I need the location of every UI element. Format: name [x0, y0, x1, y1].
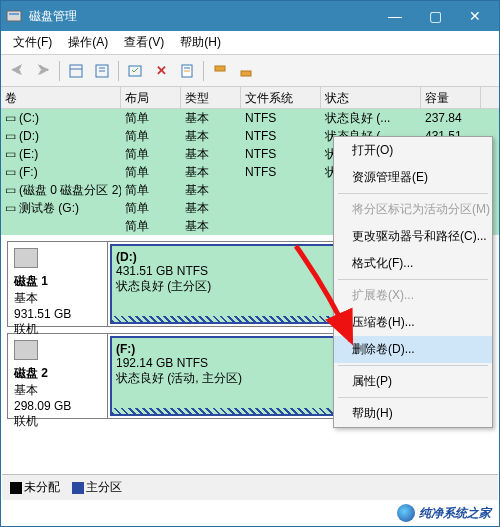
col-layout[interactable]: 布局 — [121, 87, 181, 109]
partition-status: 状态良好 (活动, 主分区) — [116, 370, 359, 387]
menu-help[interactable]: 帮助(H) — [334, 400, 492, 427]
properties-icon[interactable] — [175, 59, 199, 83]
disk-state: 联机 — [14, 413, 101, 430]
view-icon[interactable] — [64, 59, 88, 83]
watermark-logo-icon — [397, 504, 415, 522]
partition-size: 192.14 GB NTFS — [116, 356, 359, 370]
col-volume[interactable]: 卷 — [1, 87, 121, 109]
maximize-button[interactable]: ▢ — [415, 1, 455, 31]
menu-view[interactable]: 查看(V) — [116, 32, 172, 53]
toggle-top-icon[interactable] — [208, 59, 232, 83]
svg-rect-1 — [9, 13, 19, 15]
legend-swatch-primary — [72, 482, 84, 494]
watermark-text: 纯净系统之家 — [419, 505, 491, 522]
menu-action[interactable]: 操作(A) — [60, 32, 116, 53]
col-type[interactable]: 类型 — [181, 87, 241, 109]
window-title: 磁盘管理 — [29, 8, 375, 25]
disk-name: 磁盘 2 — [14, 365, 101, 382]
menu-open[interactable]: 打开(O) — [334, 137, 492, 164]
svg-rect-12 — [241, 71, 251, 76]
col-status[interactable]: 状态 — [321, 87, 421, 109]
titlebar: 磁盘管理 — ▢ ✕ — [1, 1, 499, 31]
menu-delete-volume[interactable]: 删除卷(D)... — [334, 336, 492, 363]
menu-mark-active: 将分区标记为活动分区(M) — [334, 196, 492, 223]
disk-icon — [14, 340, 38, 360]
svg-rect-11 — [215, 66, 225, 71]
legend-swatch-unalloc — [10, 482, 22, 494]
context-menu: 打开(O) 资源管理器(E) 将分区标记为活动分区(M) 更改驱动器号和路径(C… — [333, 136, 493, 428]
legend-label: 主分区 — [86, 480, 122, 494]
disk-size: 298.09 GB — [14, 399, 101, 413]
back-icon: ⮜ — [5, 59, 29, 83]
menu-change-letter[interactable]: 更改驱动器号和路径(C)... — [334, 223, 492, 250]
menu-shrink[interactable]: 压缩卷(H)... — [334, 309, 492, 336]
menu-explorer[interactable]: 资源管理器(E) — [334, 164, 492, 191]
close-button[interactable]: ✕ — [455, 1, 495, 31]
table-row[interactable]: ▭(C:)简单基本NTFS状态良好 (...237.84 — [1, 109, 499, 127]
svg-rect-2 — [70, 65, 82, 77]
disk-size: 931.51 GB — [14, 307, 101, 321]
menubar: 文件(F) 操作(A) 查看(V) 帮助(H) — [1, 31, 499, 55]
watermark: 纯净系统之家 — [397, 504, 491, 522]
menu-file[interactable]: 文件(F) — [5, 32, 60, 53]
partition-status: 状态良好 (主分区) — [116, 278, 359, 295]
partition-d[interactable]: (D:) 431.51 GB NTFS 状态良好 (主分区) — [110, 244, 365, 324]
delete-icon[interactable]: ✕ — [149, 59, 173, 83]
menu-extend: 扩展卷(X)... — [334, 282, 492, 309]
col-fs[interactable]: 文件系统 — [241, 87, 321, 109]
legend: 未分配 主分区 — [2, 474, 498, 500]
forward-icon: ⮞ — [31, 59, 55, 83]
partition-title: (D:) — [116, 250, 359, 264]
disk-kind: 基本 — [14, 290, 101, 307]
minimize-button[interactable]: — — [375, 1, 415, 31]
disk-name: 磁盘 1 — [14, 273, 101, 290]
menu-properties[interactable]: 属性(P) — [334, 368, 492, 395]
legend-label: 未分配 — [24, 480, 60, 494]
app-icon — [5, 7, 23, 25]
toolbar: ⮜ ⮞ ✕ — [1, 55, 499, 87]
disk-info: 磁盘 1 基本 931.51 GB 联机 — [8, 242, 108, 326]
partition-f[interactable]: (F:) 192.14 GB NTFS 状态良好 (活动, 主分区) — [110, 336, 365, 416]
col-capacity[interactable]: 容量 — [421, 87, 481, 109]
disk-icon — [14, 248, 38, 268]
disk-info: 磁盘 2 基本 298.09 GB 联机 — [8, 334, 108, 418]
partition-title: (F:) — [116, 342, 359, 356]
partition-size: 431.51 GB NTFS — [116, 264, 359, 278]
refresh-icon[interactable] — [123, 59, 147, 83]
volume-list-header: 卷 布局 类型 文件系统 状态 容量 — [1, 87, 499, 109]
toggle-bottom-icon[interactable] — [234, 59, 258, 83]
menu-format[interactable]: 格式化(F)... — [334, 250, 492, 277]
svg-rect-0 — [7, 11, 21, 21]
query-icon[interactable] — [90, 59, 114, 83]
disk-kind: 基本 — [14, 382, 101, 399]
menu-help[interactable]: 帮助(H) — [172, 32, 229, 53]
